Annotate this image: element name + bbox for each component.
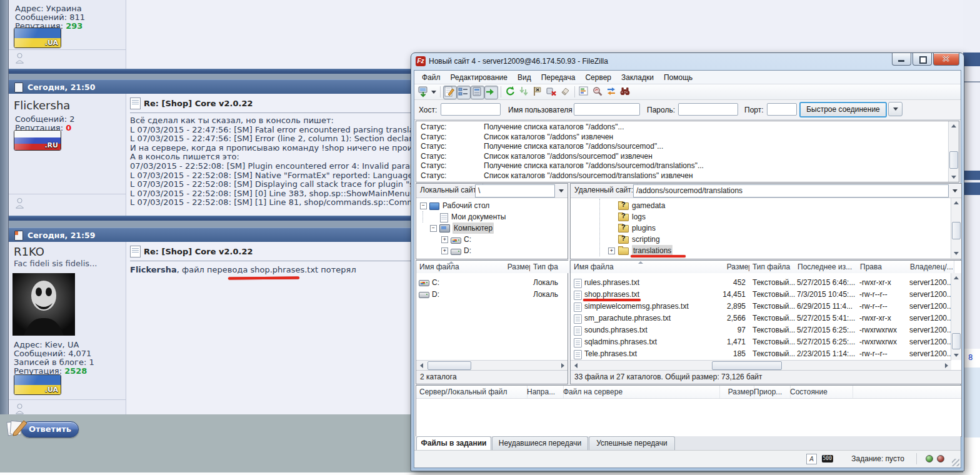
remote-file-row[interactable]: rules.phrases.txt 452 Текстовый... 5/27/… (571, 277, 951, 289)
title-bar[interactable]: Fz Новый сайт 4 - server12009@46.174.50.… (411, 53, 964, 70)
post3-body-mention[interactable]: Flickersha (130, 265, 177, 274)
host-input[interactable] (441, 103, 501, 116)
tree-item-computer[interactable]: −Компьютер (416, 222, 568, 234)
cancel-operation-button[interactable] (532, 86, 544, 98)
queue-column-size[interactable]: Размер (716, 386, 754, 398)
queue-column-priority[interactable]: Приор... (751, 386, 791, 398)
folder-icon (618, 248, 629, 255)
host-label: Хост: (419, 106, 437, 114)
pagination-number[interactable]: 8 (968, 353, 973, 362)
quickconnect-button[interactable]: Быстрое соединение (799, 102, 887, 118)
text-file-icon (574, 314, 582, 324)
remote-file-row[interactable]: sounds.phrases.txt 97 Текстовый... 5/27/… (571, 324, 951, 336)
toolbar (414, 84, 961, 100)
local-file-row-d[interactable]: D: Локаль (416, 289, 568, 301)
toggle-queue-button[interactable] (484, 86, 498, 99)
remote-tree-scrollbar[interactable] (951, 198, 961, 258)
tree-item-translations[interactable]: +translations (571, 245, 939, 256)
post2-username-link[interactable]: Flickersha (14, 99, 70, 112)
minimize-button[interactable] (892, 53, 911, 66)
toggle-log-view-button[interactable] (443, 86, 457, 99)
close-button[interactable] (933, 53, 959, 66)
synchronized-browsing-button[interactable] (606, 86, 618, 98)
forum-right-sliver: 8 (963, 0, 980, 475)
menu-edit[interactable]: Редактирование (446, 73, 512, 82)
remote-tree-scrollbar-thumb[interactable] (952, 222, 961, 239)
password-label: Пароль: (647, 106, 675, 114)
clear-queue-button[interactable] (559, 86, 572, 98)
menu-server[interactable]: Сервер (580, 73, 616, 82)
log-scrollbar-thumb[interactable] (949, 151, 958, 169)
tree-item-logs[interactable]: ?logs (571, 211, 939, 222)
log-scrollbar[interactable] (948, 121, 959, 182)
find-files-button[interactable] (619, 86, 632, 98)
local-column-name[interactable]: Имя файла (416, 261, 495, 273)
tree-item-drive-d[interactable]: +D: (416, 245, 568, 256)
local-file-row-c[interactable]: C: Локаль (416, 277, 568, 289)
quickconnect-dropdown[interactable] (888, 102, 902, 116)
local-path-combobox[interactable]: \ (475, 184, 555, 198)
post3-page-icon (14, 231, 23, 241)
queue-column-direction[interactable]: Напра... (524, 386, 564, 398)
toggle-remote-tree-button[interactable] (471, 86, 484, 99)
restore-button[interactable] (912, 53, 932, 66)
folder-unknown-icon: ? (618, 202, 629, 210)
tree-item-gamedata[interactable]: ?gamedata (571, 200, 939, 211)
post3-avatar (12, 273, 75, 336)
tree-item-desktop[interactable]: −Рабочий стол (416, 200, 568, 211)
remote-file-row[interactable]: Tele.phrases.txt 185 Текстовый... 2/23/2… (571, 348, 951, 360)
site-manager-dropdown[interactable] (430, 86, 438, 98)
tree-item-drive-c[interactable]: +C: (416, 234, 568, 245)
log-message: Список каталогов "/addons/sourcemod/tran… (484, 171, 693, 181)
tree-item-my-documents[interactable]: Мои документы (416, 211, 568, 222)
tab-failed-transfers[interactable]: Неудавшиеся передачи (492, 436, 588, 450)
disconnect-button[interactable] (546, 86, 558, 98)
filezilla-window: Fz Новый сайт 4 - server12009@46.174.50.… (411, 52, 964, 471)
text-file-icon (574, 338, 582, 348)
process-queue-button[interactable] (518, 86, 531, 98)
queue-column-server-local[interactable]: Сервер/Локальный файл (416, 386, 528, 398)
remote-list-scrollbar-thumb[interactable] (952, 333, 961, 349)
remote-file-row[interactable]: sm_parachute.phrases.txt 2,566 Текстовый… (571, 312, 951, 324)
port-input[interactable] (767, 103, 797, 116)
post3-username-link[interactable]: R1KO (14, 245, 44, 258)
menu-transfer[interactable]: Передача (536, 73, 581, 82)
toggle-local-tree-button[interactable] (457, 86, 471, 99)
compare-directories-button[interactable] (592, 86, 604, 98)
menu-file[interactable]: Файл (417, 73, 446, 82)
status-log-panel: Статус:Получение списка каталогов "/addo… (416, 121, 959, 182)
resize-grip[interactable] (952, 459, 959, 466)
site-manager-button[interactable] (417, 86, 429, 98)
remote-path-dropdown[interactable] (950, 186, 960, 196)
filter-button[interactable] (578, 86, 591, 98)
queue-column-remote-file[interactable]: Файл на сервере (560, 386, 720, 398)
menu-help[interactable]: Помощь (659, 73, 698, 82)
post2-rep-value: 0 (66, 123, 71, 132)
remote-file-row[interactable]: simplewelcomemsg.phrases.txt 2,895 Текст… (571, 301, 951, 312)
remote-column-name[interactable]: Имя файла (571, 261, 717, 273)
tab-successful-transfers[interactable]: Успешные передачи (589, 436, 675, 450)
remote-list-hscrollbar[interactable] (571, 360, 951, 371)
remote-column-permissions[interactable]: Права (857, 261, 911, 273)
folder-unknown-icon: ? (618, 214, 629, 221)
tab-queued-files[interactable]: Файлы в задании (416, 436, 491, 450)
username-input[interactable] (574, 103, 640, 116)
password-input[interactable] (678, 103, 738, 116)
local-column-type[interactable]: Тип фа (530, 261, 570, 273)
remote-path-combobox[interactable]: /addons/sourcemod/translations (633, 184, 949, 198)
tree-item-plugins[interactable]: ?plugins (571, 222, 939, 234)
menu-bar: Файл Редактирование Вид Передача Сервер … (414, 71, 961, 84)
remote-column-type[interactable]: Тип файла (749, 261, 798, 273)
menu-bookmarks[interactable]: Закладки (616, 73, 659, 82)
refresh-button[interactable] (504, 86, 517, 98)
tree-item-scripting[interactable]: ?scripting (571, 234, 939, 245)
menu-view[interactable]: Вид (512, 73, 536, 82)
remote-column-owner[interactable]: Владелец/... (907, 261, 954, 273)
reply-button[interactable]: Ответить (21, 421, 79, 438)
remote-file-row[interactable]: sqladmins.phrases.txt 1,471 Текстовый...… (571, 336, 951, 348)
local-path-dropdown[interactable] (556, 186, 566, 196)
local-list-hscrollbar[interactable] (416, 360, 568, 371)
remote-list-vscrollbar[interactable] (951, 273, 961, 360)
remote-column-modified[interactable]: Последнее из... (794, 261, 861, 273)
queue-column-status[interactable]: Состояние (787, 386, 853, 398)
